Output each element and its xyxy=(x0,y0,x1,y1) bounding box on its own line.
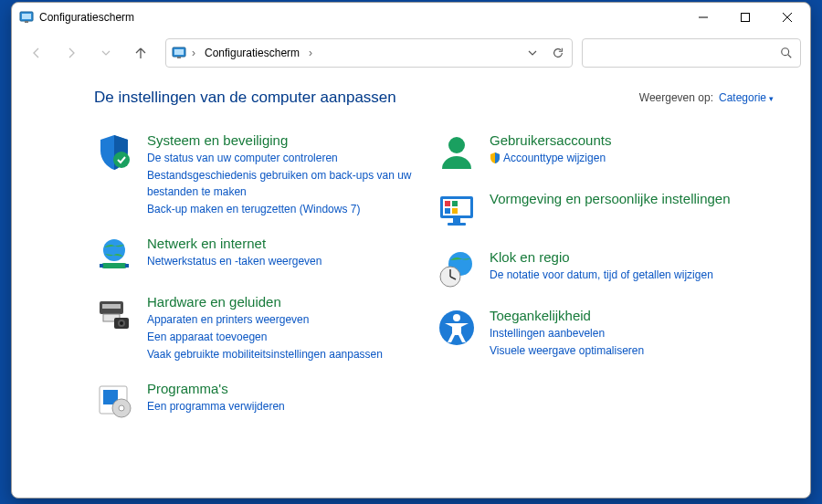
globe-network-icon xyxy=(94,236,134,276)
svg-rect-30 xyxy=(445,201,450,206)
category-link[interactable]: Apparaten en printers weergeven xyxy=(147,311,383,329)
toolbar: › Configuratiescherm › xyxy=(12,32,810,74)
category-column-left: Systeem en beveiliging De status van uw … xyxy=(94,132,431,439)
user-icon xyxy=(437,132,477,173)
category-title[interactable]: Netwerk en internet xyxy=(147,236,321,251)
svg-rect-18 xyxy=(102,304,121,309)
svg-rect-16 xyxy=(125,264,129,268)
svg-point-22 xyxy=(120,321,123,325)
accessibility-icon xyxy=(437,308,477,348)
svg-rect-14 xyxy=(101,263,127,268)
monitor-icon xyxy=(437,191,477,231)
recent-dropdown[interactable] xyxy=(90,37,121,68)
address-bar[interactable]: › Configuratiescherm › xyxy=(165,38,573,68)
svg-rect-1 xyxy=(22,14,31,19)
category-title[interactable]: Gebruikersaccounts xyxy=(490,132,611,148)
category-appearance: Vormgeving en persoonlijke instellingen xyxy=(437,191,774,231)
category-link[interactable]: Bestandsgeschiedenis gebruiken om back-u… xyxy=(147,167,431,201)
category-link[interactable]: Visuele weergave optimaliseren xyxy=(490,342,644,360)
svg-rect-35 xyxy=(448,223,466,226)
category-link[interactable]: Netwerkstatus en -taken weergeven xyxy=(147,253,321,270)
svg-point-27 xyxy=(448,137,465,153)
svg-point-13 xyxy=(103,239,125,261)
category-accessibility: Toegankelijkheid Instellingen aanbevelen… xyxy=(437,308,774,359)
clock-globe-icon xyxy=(437,249,477,289)
uac-shield-icon xyxy=(490,152,501,163)
shield-icon xyxy=(94,132,134,173)
svg-point-41 xyxy=(453,314,460,321)
up-button[interactable] xyxy=(125,37,156,68)
window-title: Configuratiescherm xyxy=(39,11,134,24)
svg-rect-34 xyxy=(453,218,460,223)
svg-rect-15 xyxy=(100,264,103,268)
category-link[interactable]: Back-up maken en terugzetten (Windows 7) xyxy=(147,201,431,218)
category-title[interactable]: Vormgeving en persoonlijke instellingen xyxy=(490,191,731,206)
breadcrumb-separator-icon: › xyxy=(309,47,312,59)
category-user-accounts: Gebruikersaccounts Accounttype wijzigen xyxy=(437,132,774,173)
view-value: Categorie xyxy=(719,91,766,104)
svg-line-11 xyxy=(788,55,792,58)
category-link[interactable]: De status van uw computer controleren xyxy=(147,150,431,167)
category-link[interactable]: Instellingen aanbevelen xyxy=(490,325,644,342)
svg-point-26 xyxy=(119,405,124,411)
category-link[interactable]: Accounttype wijzigen xyxy=(490,150,611,167)
category-title[interactable]: Hardware en geluiden xyxy=(147,294,383,310)
category-title[interactable]: Toegankelijkheid xyxy=(490,308,644,323)
maximize-button[interactable] xyxy=(724,4,766,31)
forward-button[interactable] xyxy=(56,37,87,68)
category-title[interactable]: Programma's xyxy=(147,381,285,396)
refresh-icon[interactable] xyxy=(552,47,564,59)
svg-rect-4 xyxy=(742,14,750,22)
minimize-button[interactable] xyxy=(682,4,724,31)
svg-rect-9 xyxy=(177,57,181,58)
svg-rect-2 xyxy=(25,21,28,23)
window: Configuratiescherm › Configu xyxy=(11,2,811,499)
content: De instellingen van de computer aanpasse… xyxy=(12,74,810,498)
breadcrumb-separator-icon: › xyxy=(192,47,195,59)
svg-rect-31 xyxy=(452,201,458,206)
control-panel-icon xyxy=(172,46,186,60)
category-clock: Klok en regio De notatie voor datum, tij… xyxy=(437,249,774,289)
control-panel-icon xyxy=(19,10,34,25)
svg-rect-32 xyxy=(445,208,450,214)
search-input[interactable] xyxy=(582,38,801,68)
search-icon xyxy=(780,47,793,59)
programs-icon xyxy=(94,381,134,421)
category-link[interactable]: De notatie voor datum, tijd of getallen … xyxy=(490,267,713,284)
category-system-security: Systeem en beveiliging De status van uw … xyxy=(94,132,431,217)
breadcrumb-item[interactable]: Configuratiescherm xyxy=(201,45,303,61)
page-title: De instellingen van de computer aanpasse… xyxy=(94,89,396,107)
close-button[interactable] xyxy=(766,4,808,31)
svg-point-12 xyxy=(113,152,130,168)
category-link[interactable]: Een apparaat toevoegen xyxy=(147,329,383,346)
category-title[interactable]: Systeem en beveiliging xyxy=(147,132,431,148)
printer-camera-icon xyxy=(94,294,134,334)
chevron-down-icon: ▾ xyxy=(769,94,774,103)
svg-point-10 xyxy=(782,48,789,56)
view-dropdown[interactable]: Categorie▾ xyxy=(719,91,774,104)
svg-rect-33 xyxy=(452,208,458,214)
category-hardware: Hardware en geluiden Apparaten en printe… xyxy=(94,294,431,362)
category-link[interactable]: Een programma verwijderen xyxy=(147,398,285,415)
titlebar: Configuratiescherm xyxy=(12,3,810,32)
category-title[interactable]: Klok en regio xyxy=(490,249,713,265)
chevron-down-icon[interactable] xyxy=(528,48,537,58)
svg-rect-8 xyxy=(174,49,184,55)
category-column-right: Gebruikersaccounts Accounttype wijzigen xyxy=(437,132,774,439)
category-link-text: Accounttype wijzigen xyxy=(503,152,606,164)
category-link[interactable]: Vaak gebruikte mobiliteitsinstellingen a… xyxy=(147,346,383,363)
category-programs: Programma's Een programma verwijderen xyxy=(94,381,431,421)
back-button[interactable] xyxy=(21,37,52,68)
category-network: Netwerk en internet Netwerkstatus en -ta… xyxy=(94,236,431,276)
view-label: Weergeven op: xyxy=(639,91,713,104)
